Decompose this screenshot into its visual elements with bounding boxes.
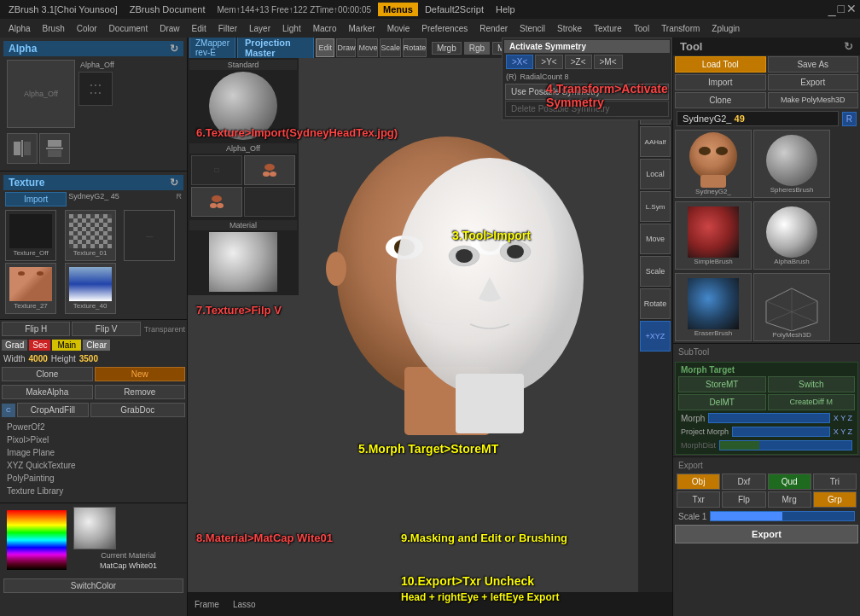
alpha-mini-1[interactable]: □ bbox=[191, 155, 242, 185]
texture-thumb-empty[interactable]: — bbox=[124, 210, 175, 261]
grab-doc-btn[interactable]: GrabDoc bbox=[90, 403, 186, 417]
zmapper-btn[interactable]: ZMapperrev-E bbox=[189, 36, 235, 60]
alpha-mini-4[interactable] bbox=[244, 187, 295, 217]
create-diff-btn[interactable]: CreateDiff M bbox=[768, 394, 856, 410]
flip-v-icon[interactable] bbox=[39, 133, 70, 164]
clone-btn[interactable]: Clone bbox=[2, 367, 93, 381]
menu-tool[interactable]: Tool bbox=[629, 22, 654, 35]
eraser-brush-thumb[interactable]: EraserBrush bbox=[675, 273, 752, 341]
texture-thumb-40[interactable]: Texture_40 bbox=[65, 263, 116, 314]
alpha-thumb-off[interactable]: Alpha_Off bbox=[7, 60, 75, 128]
menu-layer[interactable]: Layer bbox=[244, 22, 276, 35]
sphere-brush-thumb[interactable]: SpheresBrush bbox=[753, 130, 830, 198]
local-ctrl[interactable]: Local bbox=[640, 159, 671, 189]
projection-master-btn[interactable]: Projection Master bbox=[237, 35, 314, 61]
crop-and-fill-btn[interactable]: CropAndFill bbox=[17, 403, 89, 417]
flip-h-icon[interactable] bbox=[7, 133, 38, 164]
texture-library-item[interactable]: Texture Library bbox=[3, 485, 183, 497]
pixol-pixel-item[interactable]: Pixol>Pixel bbox=[3, 433, 183, 446]
export-dxf-btn[interactable]: Dxf bbox=[722, 474, 765, 490]
poly-mesh-thumb[interactable]: PolyMesh3D bbox=[753, 273, 830, 341]
menu-render[interactable]: Render bbox=[474, 22, 513, 35]
standard-brush-thumb[interactable] bbox=[209, 72, 277, 140]
l-sym-ctrl[interactable]: L.Sym bbox=[640, 191, 671, 222]
mrgb-btn[interactable]: Mrgb bbox=[432, 42, 462, 55]
export-main-btn[interactable]: Export bbox=[675, 525, 858, 543]
import-btn[interactable]: Import bbox=[675, 74, 766, 90]
switch-color-btn[interactable]: SwitchColor bbox=[3, 578, 183, 593]
project-morph-slider[interactable] bbox=[732, 427, 830, 437]
material-mini-thumb[interactable] bbox=[209, 232, 277, 292]
save-as-btn[interactable]: Save As bbox=[768, 56, 859, 73]
texture-thumb-27[interactable]: Texture_27 bbox=[5, 263, 56, 314]
menu-zbrush[interactable]: ZBrush 3.1[Choi Younsoo] bbox=[3, 3, 123, 16]
power-of-2-item[interactable]: PowerOf2 bbox=[3, 421, 183, 433]
viewport[interactable]: 4.Transform>Activate Symmetry 6.Texture>… bbox=[188, 58, 672, 616]
tool-flag-r[interactable]: R bbox=[842, 112, 857, 126]
export-mrg-btn[interactable]: Mrg bbox=[768, 491, 811, 508]
menu-transform[interactable]: Transform bbox=[656, 22, 705, 35]
material-thumb[interactable] bbox=[73, 507, 116, 549]
menu-preferences[interactable]: Preferences bbox=[416, 22, 473, 35]
draw-btn[interactable]: Draw bbox=[336, 38, 356, 57]
xyz-ctrl[interactable]: +XYZ bbox=[640, 321, 671, 352]
morph-dist-slider[interactable] bbox=[719, 440, 852, 450]
menu-color[interactable]: Color bbox=[72, 22, 102, 35]
clear-btn[interactable]: Clear bbox=[83, 340, 110, 351]
alpha-refresh[interactable]: ↻ bbox=[170, 43, 178, 55]
alpha-mini-2[interactable] bbox=[244, 155, 295, 185]
default2script-btn[interactable]: Default2Script bbox=[420, 3, 489, 16]
export-btn-top[interactable]: Export bbox=[768, 74, 859, 90]
menu-draw[interactable]: Draw bbox=[154, 22, 184, 35]
poly-painting-item[interactable]: PolyPainting bbox=[3, 472, 183, 485]
export-obj-btn[interactable]: Obj bbox=[677, 474, 720, 490]
grad-btn[interactable]: Grad bbox=[2, 340, 27, 351]
texture-thumb-01[interactable]: Texture_01 bbox=[65, 210, 116, 261]
alpha-dots[interactable]: • • •• • • bbox=[78, 72, 113, 106]
export-grp-btn[interactable]: Grp bbox=[813, 491, 857, 508]
menu-macro[interactable]: Macro bbox=[308, 22, 342, 35]
move-btn[interactable]: Move bbox=[357, 38, 378, 57]
menu-stroke[interactable]: Stroke bbox=[552, 22, 587, 35]
menu-light[interactable]: Light bbox=[277, 22, 306, 35]
sym-z-btn[interactable]: >Z< bbox=[565, 55, 592, 69]
del-mt-btn[interactable]: DelMT bbox=[678, 394, 766, 410]
scale-ctrl[interactable]: Scale bbox=[640, 256, 671, 287]
make-alpha-btn[interactable]: MakeAlpha bbox=[2, 385, 93, 399]
scale-btn[interactable]: Scale bbox=[380, 38, 401, 57]
sym-m-btn[interactable]: >M< bbox=[594, 55, 623, 69]
menu-texture[interactable]: Texture bbox=[589, 22, 627, 35]
menu-filter[interactable]: Filter bbox=[213, 22, 242, 35]
sydney-head-thumb[interactable]: SydneyG2_ bbox=[675, 130, 752, 198]
scale-slider[interactable] bbox=[710, 511, 855, 521]
texture-thumb-off[interactable]: Texture_Off bbox=[5, 210, 56, 261]
new-btn[interactable]: New bbox=[95, 367, 186, 381]
move-ctrl[interactable]: Move bbox=[640, 224, 671, 254]
morph-slider[interactable] bbox=[708, 413, 829, 423]
export-txr-btn[interactable]: Txr bbox=[677, 491, 720, 508]
simple-brush-thumb[interactable]: SimpleBrush bbox=[675, 201, 752, 270]
sym-y-btn[interactable]: >Y< bbox=[535, 55, 562, 69]
menu-movie[interactable]: Movie bbox=[382, 22, 415, 35]
delete-posable-btn[interactable]: Delete Posable Symmetry bbox=[505, 101, 669, 117]
remove-btn[interactable]: Remove bbox=[95, 385, 186, 399]
flip-v-btn[interactable]: Flip V bbox=[72, 322, 140, 336]
export-flp-btn[interactable]: Flp bbox=[722, 491, 765, 508]
make-poly-btn[interactable]: Make PolyMesh3D bbox=[768, 92, 859, 108]
maximize-btn[interactable]: □ bbox=[838, 2, 845, 17]
main-btn[interactable]: Main bbox=[52, 340, 81, 351]
rgb-btn[interactable]: Rgb bbox=[464, 42, 490, 55]
tool-panel-refresh[interactable]: ↻ bbox=[844, 40, 853, 53]
export-qud-btn[interactable]: Qud bbox=[768, 474, 811, 490]
xyz-quick-texture-item[interactable]: XYZ QuickTexture bbox=[3, 459, 183, 472]
load-tool-btn[interactable]: Load Tool bbox=[675, 56, 766, 73]
export-tri-btn[interactable]: Tri bbox=[813, 474, 857, 490]
aa-half-ctrl[interactable]: AAHalf bbox=[640, 126, 671, 157]
menu-brush[interactable]: Brush bbox=[38, 22, 70, 35]
menu-edit[interactable]: Edit bbox=[187, 22, 212, 35]
alpha-brush-thumb[interactable]: AlphaBrush bbox=[753, 201, 830, 270]
rotate-btn[interactable]: Rotate bbox=[403, 38, 427, 57]
texture-refresh[interactable]: ↻ bbox=[170, 177, 178, 189]
switch-btn[interactable]: Switch bbox=[768, 376, 856, 392]
menus-btn[interactable]: Menus bbox=[378, 3, 418, 16]
